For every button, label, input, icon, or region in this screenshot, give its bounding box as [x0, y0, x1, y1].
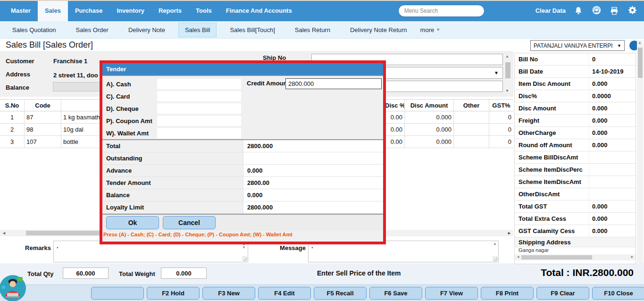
summary-row: Tender Amount 2800.00 — [102, 177, 383, 189]
sidebar-row[interactable]: Scheme BillDiscAmt — [515, 151, 636, 164]
top-menu-group: Master Sales Purchase Inventory Reports … — [0, 0, 299, 21]
fkey-button[interactable]: F3 New — [202, 287, 255, 300]
fkey-buttons: F2 Hold F3 New F4 Edit F5 Recall F6 Save… — [91, 287, 644, 300]
customer-value[interactable]: Franchise 1 — [53, 58, 87, 65]
tab-sales-bill-touch[interactable]: Sales Bill[Touch] — [223, 23, 281, 37]
cell-other — [454, 124, 489, 136]
col-sno: S.No — [0, 100, 25, 112]
scrollbar-thumb[interactable] — [638, 48, 643, 78]
scrollbar-thumb[interactable] — [505, 62, 510, 78]
notification-bell-icon[interactable] — [573, 6, 584, 16]
payment-amount-input[interactable] — [157, 103, 241, 114]
scrollbar-thumb[interactable] — [521, 255, 592, 259]
sidebar-row[interactable]: Freight 0.000 — [515, 115, 636, 127]
fkey-button[interactable]: F4 Edit — [258, 287, 311, 300]
support-headset-icon[interactable] — [591, 6, 602, 16]
scroll-down-arrow-icon[interactable]: ▼ — [505, 89, 509, 93]
scroll-right-arrow-icon[interactable]: ► — [507, 231, 511, 235]
sidebar-horizontal-scrollbar[interactable]: ◄ ► — [515, 254, 636, 260]
fkey-button[interactable]: F5 Recall — [314, 287, 367, 300]
tab-delivery-note[interactable]: Delivery Note — [122, 23, 172, 37]
tab-more[interactable]: more ▼ — [420, 26, 441, 33]
tender-payment-area: A). Cash C). Card D). Cheque P). — [102, 76, 383, 140]
sidebar-row[interactable]: OtherDiscAmt — [515, 188, 636, 201]
sidebar-row-value: 14-10-2019 — [589, 68, 624, 75]
sidebar-row[interactable]: GST Calamity Cess 0.000 — [515, 225, 636, 237]
shipping-address-value: Ganga nagar — [515, 247, 636, 253]
payment-amount-input[interactable] — [157, 128, 241, 138]
credit-amount-input[interactable] — [285, 78, 382, 89]
sidebar-row[interactable]: Bill No 0 — [515, 53, 636, 66]
sidebar-row[interactable]: Total GST 0.000 — [515, 201, 636, 213]
cancel-button[interactable]: Cancel — [163, 216, 216, 229]
menu-inventory[interactable]: Inventory — [109, 0, 151, 21]
menu-purchase[interactable]: Purchase — [68, 0, 110, 21]
menu-tools[interactable]: Tools — [189, 0, 219, 21]
cell-disc-pct: 0.00 — [383, 111, 405, 124]
sidebar-row[interactable]: Scheme ItemDiscAmt — [515, 176, 636, 188]
payment-amount-input[interactable] — [157, 79, 241, 89]
sidebar-row-label: Scheme BillDiscAmt — [515, 151, 589, 164]
sidebar-row-label: Round off Amount — [515, 139, 589, 151]
scroll-up-arrow-icon[interactable]: ▲ — [505, 54, 509, 59]
ok-button[interactable]: Ok — [106, 216, 159, 229]
fkey-button[interactable]: F10 Close — [592, 287, 644, 300]
sidebar-row[interactable]: Bill Date 14-10-2019 — [515, 66, 636, 78]
menu-search-input[interactable] — [398, 5, 485, 17]
tab-sales-quotation[interactable]: Sales Quotation — [6, 23, 63, 37]
sidebar-row[interactable]: Round off Amount 0.000 — [515, 139, 636, 151]
sidebar-row-value: 0.000 — [589, 227, 608, 234]
print-icon[interactable] — [609, 6, 619, 16]
tab-sales-bill[interactable]: Sales Bill — [178, 23, 217, 37]
tender-summary-area: Total 2800.000 Outstanding Advance 0.000… — [102, 140, 383, 215]
fkey-button[interactable]: F2 Hold — [147, 287, 200, 300]
fkey-button[interactable]: F9 Clear — [536, 287, 589, 300]
menu-master[interactable]: Master — [4, 0, 38, 21]
sidebar-row[interactable]: Scheme ItemDiscPerc — [515, 164, 636, 176]
cell-gst-pct: 0 — [489, 111, 513, 124]
scroll-left-arrow-icon[interactable]: ◄ — [516, 255, 520, 259]
tender-modal-header: Tender — [102, 63, 383, 76]
tab-delivery-note-return[interactable]: Delivery Note Return — [343, 23, 414, 37]
sidebar-row-label: Total GST — [515, 201, 589, 213]
tender-shortcut-hint: Press (A) - Cash; (C) - Card; (D) - Cheq… — [102, 231, 383, 237]
tab-sales-order[interactable]: Sales Order — [69, 23, 115, 37]
function-key-bar: F2 Hold F3 New F4 Edit F5 Recall F6 Save… — [0, 284, 644, 301]
scroll-left-arrow-icon[interactable]: ◄ — [2, 231, 6, 235]
menu-reports[interactable]: Reports — [151, 0, 189, 21]
payment-amount-input[interactable] — [157, 91, 241, 101]
total-qty-input[interactable] — [63, 268, 109, 279]
sidebar-row[interactable]: OtherCharge 0.000 — [515, 127, 636, 139]
assistant-avatar[interactable] — [0, 275, 26, 301]
fkey-button[interactable]: F7 View — [425, 287, 478, 300]
sidebar-row[interactable]: Disc% 0.0000 — [515, 90, 636, 102]
balance-label: Balance — [6, 84, 29, 91]
scroll-right-arrow-icon[interactable]: ► — [630, 255, 634, 259]
total-weight-input[interactable] — [161, 268, 207, 279]
textarea-resize-grip[interactable] — [242, 256, 247, 261]
tender-modal-title: Tender — [102, 66, 126, 73]
tab-sales-return[interactable]: Sales Return — [288, 23, 337, 37]
company-dropdown[interactable]: PATANJALI VANIJYA ENTERPI ▼ — [530, 40, 625, 51]
header-form-vertical-scrollbar[interactable]: ▲ ▼ — [504, 54, 511, 93]
settings-gear-icon[interactable] — [627, 6, 637, 16]
sidebar-row[interactable]: Total Extra Cess 0.000 — [515, 213, 636, 225]
fkey-button[interactable]: F6 Save — [369, 287, 422, 300]
summary-label: Total — [102, 140, 243, 152]
sidebar-vertical-scrollbar[interactable]: ▲ — [637, 40, 644, 264]
payment-label: P). Coupon Amt — [102, 117, 157, 125]
textarea-scroll-arrows[interactable]: ▲ — [492, 242, 498, 246]
sidebar-row-value: 0.0000 — [589, 92, 611, 100]
fkey-button[interactable] — [91, 287, 144, 300]
scroll-up-arrow-icon[interactable]: ▲ — [638, 41, 642, 45]
textarea-resize-grip[interactable] — [493, 256, 498, 261]
fkey-button[interactable]: F8 Print — [481, 287, 534, 300]
payment-amount-input[interactable] — [157, 116, 241, 126]
clear-data-button[interactable]: Clear Data — [535, 7, 566, 14]
menu-finance-and-accounts[interactable]: Finance And Accounts — [219, 0, 299, 21]
sidebar-row[interactable]: Disc Amount 0.000 — [515, 102, 636, 115]
summary-row: Total 2800.000 — [102, 140, 383, 152]
sidebar-row[interactable]: Item Disc Amount 0.000 — [515, 78, 636, 90]
menu-sales[interactable]: Sales — [38, 0, 68, 21]
payment-row: C). Card — [102, 90, 383, 102]
